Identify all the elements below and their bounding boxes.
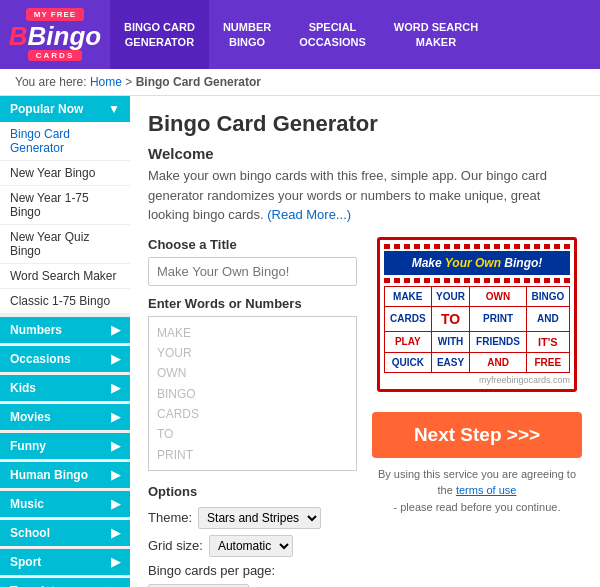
nav-item-special-occasions[interactable]: SPECIALOCCASIONS [285,0,380,69]
nav-item-word-search[interactable]: WORD SEARCHMAKER [380,0,492,69]
cards-label: Bingo cards per page: [148,563,275,578]
bingo-table: MAKE YOUR OWN BINGO CARDS TO PRINT AND [384,286,570,373]
terms-text: By using this service you are agreeing t… [372,466,582,516]
sidebar-header-sport[interactable]: Sport▶ [0,549,130,575]
grid-select[interactable]: Automatic 3x3 4x4 5x5 [209,535,293,557]
nav-item-bingo-generator[interactable]: BINGO CARDGENERATOR [110,0,209,69]
sidebar-header-human-bingo[interactable]: Human Bingo▶ [0,462,130,488]
sidebar: Popular Now ▼ Bingo Card Generator New Y… [0,96,130,587]
sidebar-header-school[interactable]: School▶ [0,520,130,546]
page-title: Bingo Card Generator [148,111,582,137]
terms-link[interactable]: terms of use [456,484,517,496]
next-step-button[interactable]: Next Step >>> [372,412,582,458]
sidebar-header-occasions[interactable]: Occasions▶ [0,346,130,372]
logo: MY FREE BBingo CARDS [0,0,110,69]
breadcrumb-current: Bingo Card Generator [136,75,261,89]
logo-badge: MY FREE [26,8,84,21]
bingo-preview-card: Make Your Own Bingo! MAKE YOUR OWN BINGO [377,237,577,392]
breadcrumb: You are here: Home > Bingo Card Generato… [0,69,600,96]
sidebar-header-music[interactable]: Music▶ [0,491,130,517]
sidebar-header-templates[interactable]: Templates▶ [0,578,130,587]
title-input[interactable] [148,257,357,286]
choose-title-label: Choose a Title [148,237,357,252]
bingo-preview-header: Make Your Own Bingo! [392,256,562,270]
welcome-heading: Welcome [148,145,582,162]
logo-main: BBingo [9,23,101,49]
sidebar-header-funny[interactable]: Funny▶ [0,433,130,459]
logo-sub: CARDS [28,50,82,61]
content-area: Bingo Card Generator Welcome Make your o… [130,96,600,587]
sidebar-header-kids[interactable]: Kids▶ [0,375,130,401]
breadcrumb-home[interactable]: Home [90,75,122,89]
nav-item-number-bingo[interactable]: NUMBERBINGO [209,0,285,69]
words-textarea[interactable]: MAKE YOUR OWN BINGO CARDS TO PRINT AND P… [148,316,357,471]
sidebar-item-word-search-maker[interactable]: Word Search Maker [0,264,130,289]
sidebar-item-new-year-quiz[interactable]: New Year Quiz Bingo [0,225,130,264]
sidebar-header-popular[interactable]: Popular Now ▼ [0,96,130,122]
welcome-text: Make your own bingo cards with this free… [148,166,582,225]
preview-footer: myfreebingocards.com [384,375,570,385]
cards-select[interactable]: 2 small cards 1 large card 4 small cards [148,584,249,588]
welcome-section: Welcome Make your own bingo cards with t… [148,145,582,225]
sidebar-item-bingo-generator[interactable]: Bingo Card Generator [0,122,130,161]
sidebar-header-numbers[interactable]: Numbers▶ [0,317,130,343]
sidebar-item-classic-175[interactable]: Classic 1-75 Bingo [0,289,130,314]
options-section: Options Theme: Stars and Stripes Classic… [148,484,357,588]
theme-label: Theme: [148,510,192,525]
main-nav: BINGO CARDGENERATOR NUMBERBINGO SPECIALO… [110,0,600,69]
sidebar-header-movies[interactable]: Movies▶ [0,404,130,430]
grid-label: Grid size: [148,538,203,553]
read-more-link[interactable]: (Read More...) [267,207,351,222]
options-heading: Options [148,484,357,499]
theme-select[interactable]: Stars and Stripes Classic Holiday [198,507,321,529]
sidebar-item-new-year-bingo[interactable]: New Year Bingo [0,161,130,186]
sidebar-item-new-year-175[interactable]: New Year 1-75 Bingo [0,186,130,225]
words-label: Enter Words or Numbers [148,296,357,311]
